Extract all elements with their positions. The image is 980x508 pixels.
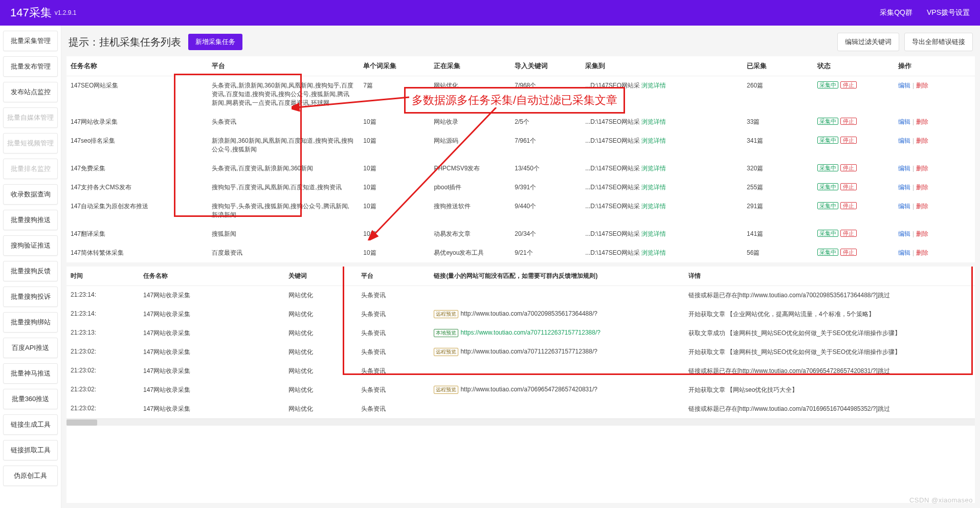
sidebar-item-17[interactable]: 伪原创工具 [3,466,58,486]
delete-link[interactable]: 删除 [916,165,928,172]
view-detail-link[interactable]: 浏览详情 [641,165,666,172]
log-th-keyword: 关键词 [284,267,357,286]
th-name[interactable]: 任务名称 [66,56,208,76]
top-link-qq[interactable]: 采集QQ群 [880,8,912,17]
cell-op: 编辑|删除 [894,131,975,159]
local-preview-tag[interactable]: 本地预览 [434,329,458,337]
remote-preview-tag[interactable]: 远程预览 [434,310,458,318]
th-collecting[interactable]: 正在采集 [430,56,510,76]
cell-count: 260篇 [743,76,813,113]
th-count[interactable]: 已采集 [743,56,813,76]
view-detail-link[interactable]: 浏览详情 [641,230,666,237]
task-row[interactable]: 147简体转繁体采集百度最资讯10篇易优eyou发布工具9/21个...D:\1… [66,244,975,262]
log-cell-keyword: 网站优化 [284,286,357,305]
view-detail-link[interactable]: 浏览详情 [641,118,666,125]
th-op[interactable]: 操作 [894,56,975,76]
delete-link[interactable]: 删除 [916,137,928,144]
stop-button[interactable]: 停止 [840,249,857,256]
th-status[interactable]: 状态 [813,56,894,76]
cell-op: 编辑|删除 [894,225,975,244]
edit-link[interactable]: 编辑 [898,230,910,237]
cell-task-name: 147seo排名采集 [66,131,208,159]
stop-button[interactable]: 停止 [840,118,857,125]
remote-preview-tag[interactable]: 远程预览 [434,348,458,356]
log-row: 21:23:02:147网站收录采集网站优化头条资讯链接或标题已存在[http:… [66,400,975,418]
remote-preview-tag[interactable]: 远程预览 [434,386,458,394]
sidebar-item-0[interactable]: 批量采集管理 [3,31,58,51]
stop-button[interactable]: 停止 [840,164,857,171]
cell-op: 编辑|删除 [894,197,975,225]
export-errors-button[interactable]: 导出全部错误链接 [904,33,973,51]
delete-link[interactable]: 删除 [916,82,928,89]
edit-link[interactable]: 编辑 [898,137,910,144]
edit-filter-button[interactable]: 编辑过滤关键词 [837,33,899,51]
sidebar-item-1[interactable]: 批量发布管理 [3,56,58,77]
task-row[interactable]: 147seo排名采集新浪新闻,360新闻,凤凰新闻,百度知道,搜狗资讯,搜狗公众… [66,131,975,159]
cell-op: 编辑|删除 [894,113,975,131]
sidebar-item-10[interactable]: 批量搜狗投诉 [3,286,58,307]
cell-single: 10篇 [359,178,430,197]
log-cell-time: 21:23:14: [66,305,139,324]
watermark: CSDN @xiaomaseo [909,496,973,504]
log-horizontal-scrollbar[interactable] [66,418,975,426]
sidebar-item-15[interactable]: 链接生成工具 [3,414,58,435]
view-detail-link[interactable]: 浏览详情 [641,82,666,89]
task-row[interactable]: 147网站收录采集头条资讯10篇网站收录2/5个...D:\147SEO网站采 … [66,113,975,131]
delete-link[interactable]: 删除 [916,118,928,125]
cell-import: 2/5个 [510,113,581,131]
sidebar-item-14[interactable]: 批量360推送 [3,389,58,409]
view-detail-link[interactable]: 浏览详情 [641,249,666,256]
sidebar-item-2[interactable]: 发布站点监控 [3,82,58,102]
top-link-vps[interactable]: VPS拨号设置 [927,8,970,17]
log-url[interactable]: http://www.toutiao.com/a7069654728657420… [460,386,597,393]
sidebar-item-11[interactable]: 批量搜狗绑站 [3,312,58,333]
th-platform[interactable]: 平台 [208,56,359,76]
delete-link[interactable]: 删除 [916,249,928,256]
task-row[interactable]: 147SEO网站采集头条资讯,新浪新闻,360新闻,凤凰新闻,搜狗知乎,百度资讯… [66,76,975,113]
task-row[interactable]: 147免费采集头条资讯,百度资讯,新浪新闻,360新闻10篇PHPCMSV9发布… [66,159,975,178]
task-row[interactable]: 147支持各大CMS发布搜狗知乎,百度资讯,凤凰新闻,百度知道,搜狗资讯10篇p… [66,178,975,197]
stop-button[interactable]: 停止 [840,137,857,144]
cell-platform: 新浪新闻,360新闻,凤凰新闻,百度知道,搜狗资讯,搜狗公众号,搜狐新闻 [208,131,359,159]
log-url[interactable]: https://www.toutiao.com/a707112263715771… [460,329,600,336]
cell-status: 采集中停止 [813,159,894,178]
delete-link[interactable]: 删除 [916,184,928,191]
edit-link[interactable]: 编辑 [898,118,910,125]
th-single[interactable]: 单个词采集 [359,56,430,76]
sidebar-item-12[interactable]: 百度API推送 [3,338,58,358]
view-detail-link[interactable]: 浏览详情 [641,203,666,210]
th-to[interactable]: 采集到 [581,56,743,76]
stop-button[interactable]: 停止 [840,81,857,89]
th-import[interactable]: 导入关键词 [510,56,581,76]
stop-button[interactable]: 停止 [840,230,857,237]
cell-platform: 搜狗知乎,百度资讯,凤凰新闻,百度知道,搜狗资讯 [208,178,359,197]
edit-link[interactable]: 编辑 [898,82,910,89]
log-cell-task: 147网站收录采集 [139,362,284,381]
task-row[interactable]: 147翻译采集搜狐新闻10篇动易发布文章20/34个...D:\147SEO网站… [66,225,975,244]
sidebar-item-9[interactable]: 批量搜狗反馈 [3,261,58,281]
sidebar-item-16[interactable]: 链接抓取工具 [3,440,58,460]
sidebar-item-7[interactable]: 批量搜狗推送 [3,210,58,230]
cell-platform: 搜狐新闻 [208,225,359,244]
delete-link[interactable]: 删除 [916,230,928,237]
delete-link[interactable]: 删除 [916,203,928,210]
cell-status: 采集中停止 [813,225,894,244]
edit-link[interactable]: 编辑 [898,165,910,172]
view-detail-link[interactable]: 浏览详情 [641,184,666,191]
status-badge: 采集中 [817,118,838,125]
stop-button[interactable]: 停止 [840,183,857,190]
sidebar-item-13[interactable]: 批量神马推送 [3,363,58,384]
add-task-button[interactable]: 新增采集任务 [188,34,242,50]
log-row: 21:23:02:147网站收录采集网站优化头条资讯远程预览http://www… [66,381,975,400]
sidebar-item-6[interactable]: 收录数据查询 [3,184,58,205]
log-url[interactable]: http://www.toutiao.com/a7071122637157712… [460,348,597,355]
log-url[interactable]: http://www.toutiao.com/a7002098535617364… [460,310,597,317]
sidebar-item-8[interactable]: 搜狗验证推送 [3,235,58,256]
edit-link[interactable]: 编辑 [898,184,910,191]
edit-link[interactable]: 编辑 [898,203,910,210]
view-detail-link[interactable]: 浏览详情 [641,137,666,144]
stop-button[interactable]: 停止 [840,202,857,209]
log-cell-link: 本地预览https://www.toutiao.com/a70711226371… [430,324,684,343]
edit-link[interactable]: 编辑 [898,249,910,256]
task-row[interactable]: 147自动采集为原创发布推送搜狗知乎,头条资讯,搜狐新闻,搜狗公众号,腾讯新闻,… [66,197,975,225]
